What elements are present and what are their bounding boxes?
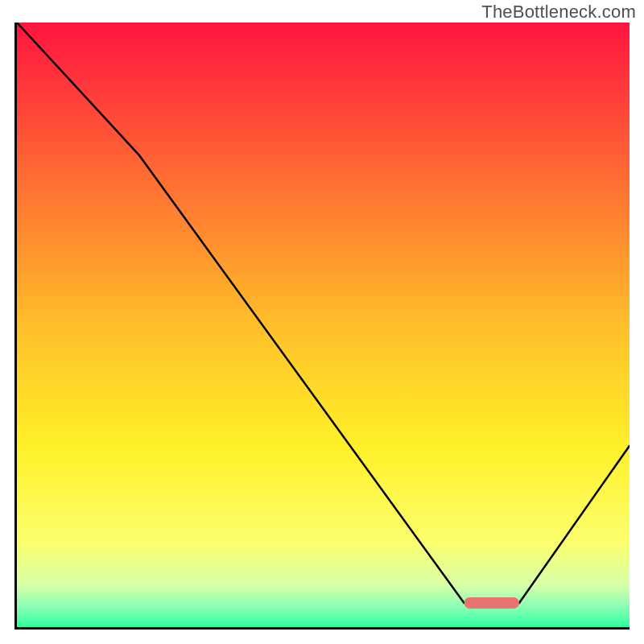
plot-area bbox=[14, 23, 630, 630]
chart-root: TheBottleneck.com bbox=[0, 0, 644, 644]
optimal-marker bbox=[17, 23, 630, 627]
watermark-text: TheBottleneck.com bbox=[481, 2, 636, 23]
svg-rect-1 bbox=[464, 597, 520, 609]
